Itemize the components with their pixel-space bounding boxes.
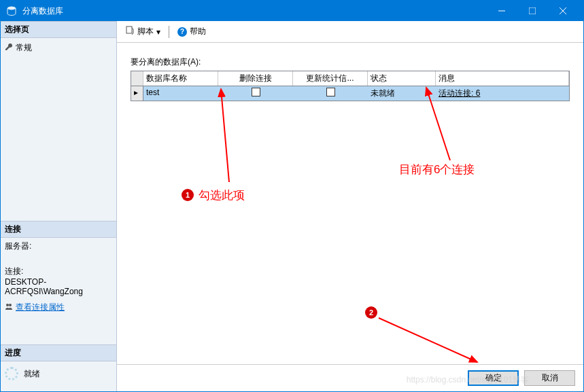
close-button[interactable] [547,1,578,21]
connection-header: 连接 [1,221,116,238]
progress-spinner-icon [5,367,18,380]
svg-point-5 [6,304,9,306]
nav-general[interactable]: 常规 [5,41,112,55]
footer: https://blog.csdn.net/e@5101博客 确定 取消 [117,364,583,391]
svg-rect-2 [529,7,536,14]
help-label: 帮助 [190,26,206,37]
help-button[interactable]: ? 帮助 [175,24,209,39]
progress-header: 进度 [1,344,116,361]
maximize-button[interactable] [517,1,547,21]
sidebar: 选择页 常规 连接 服务器: 连接: DESKTOP-ACRFQSI\WangZ… [1,21,117,391]
svg-line-10 [379,318,477,362]
grid-header: 数据库名称 删除连接 更新统计信... 状态 消息 [131,71,569,86]
update-stats-checkbox[interactable] [326,88,335,96]
grid-corner [131,71,143,86]
svg-rect-7 [126,26,132,33]
nav-general-label: 常规 [16,42,32,54]
script-button[interactable]: 脚本 ▾ [122,24,163,39]
app-icon [6,5,17,16]
col-status[interactable]: 状态 [368,71,436,86]
annotation-badge-2: 2 [365,306,377,319]
cancel-button[interactable]: 取消 [524,370,575,386]
svg-line-8 [221,89,229,182]
annotation-badge-1: 1 [182,189,194,201]
toolbar: 脚本 ▾ ? 帮助 [117,21,583,43]
script-icon [125,26,135,37]
dropdown-icon: ▾ [156,27,160,37]
cell-database-name: test [143,86,218,101]
cell-status: 未就绪 [368,86,436,101]
window-title: 分离数据库 [22,5,486,17]
cell-message-link[interactable]: 活动连接: 6 [439,88,480,98]
svg-point-6 [9,304,12,306]
main-panel: 脚本 ▾ ? 帮助 要分离的数据库(A): 数据库名称 删除连接 更新统计信..… [117,21,583,391]
server-label: 服务器: [5,240,112,252]
annotation-connections: 目前有6个连接 [399,162,475,177]
table-row[interactable]: ▸ test 未就绪 活动连接: 6 [131,86,569,101]
help-icon: ? [177,27,187,37]
script-label: 脚本 [137,26,154,37]
annotation-arrow-3 [375,315,484,369]
drop-connections-checkbox[interactable] [252,88,260,96]
databases-label: 要分离的数据库(A): [131,56,570,68]
minimize-button[interactable] [486,1,517,21]
annotation-check-this: 勾选此项 [199,188,245,203]
view-props-link[interactable]: 查看连接属性 [16,302,65,313]
people-icon [5,302,13,313]
watermark: https://blog.csdn.net/e@5101博客 [407,374,529,386]
row-header[interactable]: ▸ [131,86,143,101]
titlebar: 分离数据库 [1,1,583,21]
databases-grid: 数据库名称 删除连接 更新统计信... 状态 消息 ▸ test 未就绪 活动连… [131,71,570,101]
view-connection-properties[interactable]: 查看连接属性 [5,300,112,315]
col-drop-connections[interactable]: 删除连接 [218,71,293,86]
progress-status: 就绪 [24,368,40,380]
col-database-name[interactable]: 数据库名称 [143,71,218,86]
select-page-header: 选择页 [1,21,116,38]
connection-value: DESKTOP-ACRFQSI\WangZong [5,277,112,296]
wrench-icon [5,43,13,53]
server-value [5,252,112,262]
col-message[interactable]: 消息 [436,71,569,86]
col-update-stats[interactable]: 更新统计信... [293,71,368,86]
content-area: 要分离的数据库(A): 数据库名称 删除连接 更新统计信... 状态 消息 ▸ … [117,43,583,364]
connection-label: 连接: [5,266,112,277]
toolbar-separator [169,26,169,38]
svg-point-0 [7,7,16,10]
